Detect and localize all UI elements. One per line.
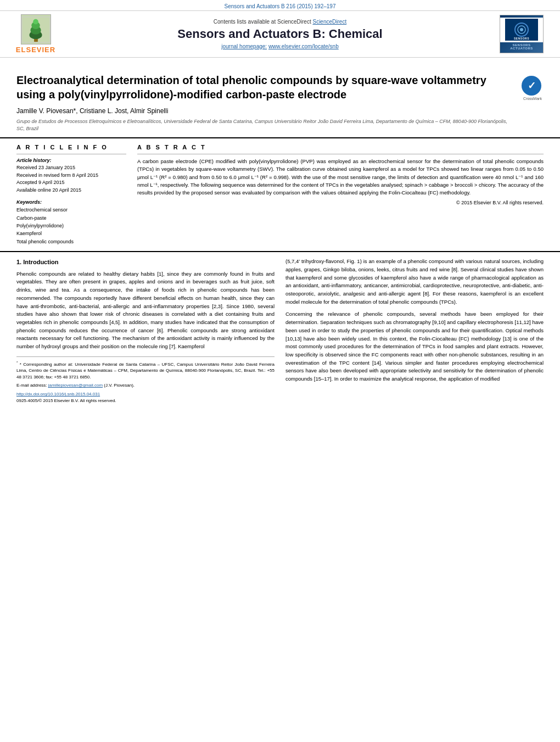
- article-title-section: Electroanalytical determination of total…: [0, 62, 560, 137]
- authors: Jamille V. Piovesan*, Cristiane L. Jost,…: [16, 107, 516, 115]
- elsevier-tree-icon: [21, 14, 51, 44]
- top-bar: Sensors and Actuators B 216 (2015) 192–1…: [0, 0, 560, 10]
- keyword-3: Kaempferol: [16, 230, 126, 237]
- article-info-heading: A R T I C L E I N F O: [16, 144, 126, 150]
- sensors-logo-text: SENSORSAcTuators: [509, 42, 534, 51]
- email-link[interactable]: jamillepiovesan@gmail.com: [48, 383, 103, 388]
- abstract-text: A carbon paste electrode (CPE) modified …: [137, 158, 544, 197]
- abstract-divider: [137, 154, 544, 154]
- keyword-0: Electrochemical sensor: [16, 206, 126, 214]
- affiliation: Grupo de Estudos de Processos Eletroquím…: [16, 118, 516, 132]
- info-section: A R T I C L E I N F O Article history: R…: [0, 137, 560, 251]
- keywords-label: Keywords:: [16, 199, 126, 205]
- info-divider: [16, 154, 126, 154]
- journal-center: Contents lists available at ScienceDirec…: [60, 19, 500, 49]
- svg-point-9: [520, 28, 523, 31]
- body-col-right: (5,7,4′ trihydroxy-flavonol, Fig. 1) is …: [285, 258, 544, 404]
- svg-text:SENSORS: SENSORS: [514, 37, 529, 40]
- article-title-text: Electroanalytical determination of total…: [16, 73, 516, 132]
- keywords-section: Keywords: Electrochemical sensor Carbon-…: [16, 199, 126, 246]
- intro-para1: Phenolic compounds are related to health…: [16, 270, 275, 351]
- footnote-email: E-mail address: jamillepiovesan@gmail.co…: [16, 382, 275, 389]
- abstract-copyright: © 2015 Elsevier B.V. All rights reserved…: [137, 200, 544, 205]
- elsevier-logo: ELSEVIER: [11, 14, 60, 54]
- journal-ref: Sensors and Actuators B 216 (2015) 192–1…: [225, 3, 336, 9]
- history-accepted: Accepted 9 April 2015: [16, 179, 126, 187]
- intro-heading: 1. Introduction: [16, 258, 275, 267]
- history-revised: Received in revised form 8 April 2015: [16, 172, 126, 180]
- sciencedirect-link[interactable]: ScienceDirect: [312, 19, 346, 25]
- main-body: 1. Introduction Phenolic compounds are r…: [0, 251, 560, 410]
- homepage-line: journal homepage: www.elsevier.com/locat…: [60, 43, 500, 49]
- article-meta-top: [0, 58, 560, 62]
- abstract-heading: A B S T R A C T: [137, 144, 544, 150]
- crossmark-label: CrossMark: [522, 97, 544, 101]
- contents-line: Contents lists available at ScienceDirec…: [60, 19, 500, 25]
- journal-title: Sensors and Actuators B: Chemical: [60, 27, 500, 41]
- svg-point-4: [33, 19, 38, 24]
- issn-line: 0925-4005/© 2015 Elsevier B.V. All right…: [16, 398, 275, 404]
- footnotes: * * Corresponding author at: Universidad…: [16, 356, 275, 405]
- history-label: Article history:: [16, 158, 126, 163]
- crossmark-logo: ✓ CrossMark: [522, 76, 544, 98]
- history-received: Received 23 January 2015: [16, 164, 126, 172]
- intro-para2: (5,7,4′ trihydroxy-flavonol, Fig. 1) is …: [285, 258, 544, 306]
- history-online: Available online 20 April 2015: [16, 187, 126, 194]
- sensors-logo-top: SENSORS AcTuators: [500, 18, 543, 42]
- crossmark-circle: ✓: [522, 76, 541, 96]
- doi-line: http://dx.doi.org/10.1016/j.snb.2015.04.…: [16, 391, 275, 398]
- article-info-panel: A R T I C L E I N F O Article history: R…: [16, 144, 126, 246]
- article-title: Electroanalytical determination of total…: [16, 73, 516, 102]
- keyword-2: Poly(vinylpyrrolidone): [16, 222, 126, 230]
- keyword-4: Total phenolic compounds: [16, 238, 126, 246]
- footnote-star: * * Corresponding author at: Universidad…: [16, 360, 275, 381]
- body-col-left: 1. Introduction Phenolic compounds are r…: [16, 258, 275, 404]
- intro-para3: Concerning the relevance of phenolic com…: [285, 310, 544, 383]
- sensors-actuators-logo: SENSORS AcTuators SENSORSAcTuators: [500, 15, 544, 53]
- keyword-1: Carbon-paste: [16, 214, 126, 222]
- homepage-url[interactable]: www.elsevier.com/locate/snb: [268, 43, 339, 49]
- page: Sensors and Actuators B 216 (2015) 192–1…: [0, 0, 560, 742]
- abstract-section: A B S T R A C T A carbon paste electrode…: [137, 144, 544, 246]
- elsevier-text: ELSEVIER: [16, 46, 55, 54]
- journal-header: ELSEVIER Contents lists available at Sci…: [0, 10, 560, 58]
